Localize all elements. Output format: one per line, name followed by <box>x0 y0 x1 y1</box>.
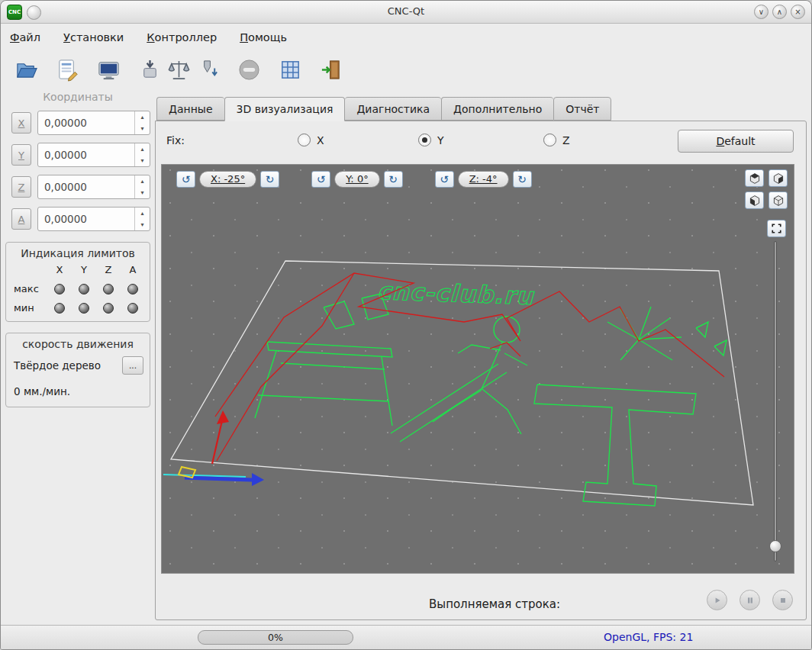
play-icon <box>713 596 722 605</box>
radio-checked-icon[interactable] <box>418 134 431 146</box>
menubar: Файл Установки Контроллер Помощь <box>1 24 811 50</box>
rotate-x-left-button[interactable]: ↺ <box>176 171 195 188</box>
spin-up-icon[interactable]: ▴ <box>135 111 150 123</box>
x-coordinate-value[interactable] <box>38 111 134 134</box>
axis-z-button[interactable]: Z <box>11 176 31 198</box>
fix-radio-x[interactable]: X <box>298 134 324 146</box>
edit-settings-icon <box>56 58 79 82</box>
controller-button[interactable] <box>94 55 123 84</box>
view-preset-buttons <box>745 169 788 209</box>
radio-icon[interactable] <box>298 134 311 146</box>
y-coordinate-spinbox[interactable]: ▴ ▾ <box>37 143 150 167</box>
z-coordinate-value[interactable] <box>38 175 134 198</box>
fit-view-button[interactable] <box>767 220 786 237</box>
z-coordinate-spinbox[interactable]: ▴ ▾ <box>37 175 150 199</box>
spindle-down-icon <box>196 58 220 82</box>
fix-radio-z-label: Z <box>562 134 570 146</box>
axis-y-button[interactable]: Y <box>11 144 31 166</box>
spin-up-icon[interactable]: ▴ <box>135 143 150 155</box>
material-label: Твёрдое дерево <box>14 359 116 372</box>
rotation-z-value[interactable]: Z: -4° <box>458 171 509 188</box>
rotate-y-right-button[interactable]: ↻ <box>384 171 403 188</box>
slider-handle[interactable] <box>769 540 781 552</box>
3d-viewport[interactable]: ↺ X: -25° ↻ ↺ Y: 0° ↻ ↺ Z: -4° ↻ <box>161 164 794 574</box>
menu-controller[interactable]: Контроллер <box>147 31 217 43</box>
statusbar: 0% OpenGL, FPS: 21 <box>1 625 811 649</box>
titlebar[interactable]: CNC CNC-Qt ∨ ∧ × <box>1 1 811 24</box>
open-folder-icon <box>14 58 38 82</box>
view-iso-4-button[interactable] <box>768 191 788 209</box>
tab-diagnostics[interactable]: Диагностика <box>345 97 441 121</box>
cube-icon <box>749 172 761 185</box>
spin-down-icon[interactable]: ▾ <box>135 219 150 230</box>
axis-x-button[interactable]: X <box>11 112 31 134</box>
a-coordinate-value[interactable] <box>38 208 134 230</box>
exit-button[interactable] <box>317 55 346 84</box>
default-button[interactable]: Default <box>678 130 794 153</box>
tab-data[interactable]: Данные <box>156 97 224 121</box>
tab-report[interactable]: Отчёт <box>553 97 611 121</box>
spin-up-icon[interactable]: ▴ <box>135 175 150 187</box>
progress-bar: 0% <box>198 630 353 645</box>
x-coordinate-spinbox[interactable]: ▴ ▾ <box>37 111 150 135</box>
limit-led-min-z <box>103 303 114 314</box>
tool-setup-button[interactable] <box>193 55 222 84</box>
stop-icon <box>237 58 261 82</box>
abort-button[interactable] <box>772 590 793 610</box>
menu-file[interactable]: Файл <box>10 31 40 43</box>
opengl-fps-label: OpenGL, FPS: 21 <box>604 631 693 643</box>
fix-radio-z[interactable]: Z <box>543 134 570 146</box>
device-download-icon <box>138 58 162 82</box>
rotate-y-left-button[interactable]: ↺ <box>311 171 330 188</box>
spin-down-icon[interactable]: ▾ <box>135 123 150 134</box>
menu-settings[interactable]: Установки <box>63 31 124 43</box>
zoom-slider[interactable] <box>770 241 781 562</box>
limits-group: Индикация лимитов X Y Z A макс мин <box>5 242 150 322</box>
axis-row-a: A ▴ ▾ <box>5 207 150 231</box>
fix-radio-y[interactable]: Y <box>418 134 444 146</box>
spin-up-icon[interactable]: ▴ <box>135 208 150 219</box>
a-coordinate-spinbox[interactable]: ▴ ▾ <box>37 207 150 231</box>
cube-icon <box>772 172 785 185</box>
material-more-button[interactable]: ... <box>122 356 143 375</box>
scales-button[interactable] <box>164 55 193 84</box>
stop-square-icon <box>778 596 788 605</box>
limit-led-min-y <box>79 303 89 314</box>
expand-icon <box>771 223 782 234</box>
limits-col-z: Z <box>105 264 112 275</box>
monitor-icon <box>97 58 121 82</box>
spin-down-icon[interactable]: ▾ <box>135 187 150 198</box>
rotation-y-value[interactable]: Y: 0° <box>334 171 380 188</box>
view-iso-1-button[interactable] <box>745 169 764 187</box>
limit-led-max-y <box>79 284 89 294</box>
axis-a-button[interactable]: A <box>11 208 31 230</box>
y-coordinate-value[interactable] <box>38 143 134 166</box>
open-file-button[interactable] <box>11 55 40 84</box>
radio-icon[interactable] <box>543 134 556 146</box>
grid-button[interactable] <box>276 55 304 84</box>
rotate-z-right-button[interactable]: ↻ <box>513 171 532 188</box>
rotate-z-left-button[interactable]: ↺ <box>435 171 454 188</box>
tab-additional[interactable]: Дополнительно <box>441 97 553 121</box>
upload-firmware-button[interactable] <box>135 55 164 84</box>
fix-radio-x-label: X <box>317 134 324 146</box>
spin-down-icon[interactable]: ▾ <box>135 155 150 166</box>
maximize-button[interactable]: ∧ <box>772 5 787 19</box>
pause-button[interactable] <box>740 590 760 610</box>
slider-track[interactable] <box>774 241 777 562</box>
exit-door-icon <box>320 58 343 82</box>
grid-icon <box>279 58 302 82</box>
close-button[interactable]: × <box>791 5 805 19</box>
start-button[interactable] <box>707 590 727 610</box>
toolpath-scene[interactable]: cnc-club.ru <box>162 165 794 574</box>
stop-button[interactable] <box>234 55 263 84</box>
rotation-x-value[interactable]: X: -25° <box>199 171 256 188</box>
program-settings-button[interactable] <box>53 55 82 84</box>
tab-3d-visualization[interactable]: 3D визуализация <box>224 97 346 121</box>
view-iso-2-button[interactable] <box>768 169 788 187</box>
executing-line-label: Выполняемая строка: <box>429 597 560 611</box>
minimize-button[interactable]: ∨ <box>754 5 768 19</box>
menu-help[interactable]: Помощь <box>240 31 287 43</box>
view-iso-3-button[interactable] <box>745 191 764 209</box>
rotate-x-right-button[interactable]: ↻ <box>260 171 279 188</box>
